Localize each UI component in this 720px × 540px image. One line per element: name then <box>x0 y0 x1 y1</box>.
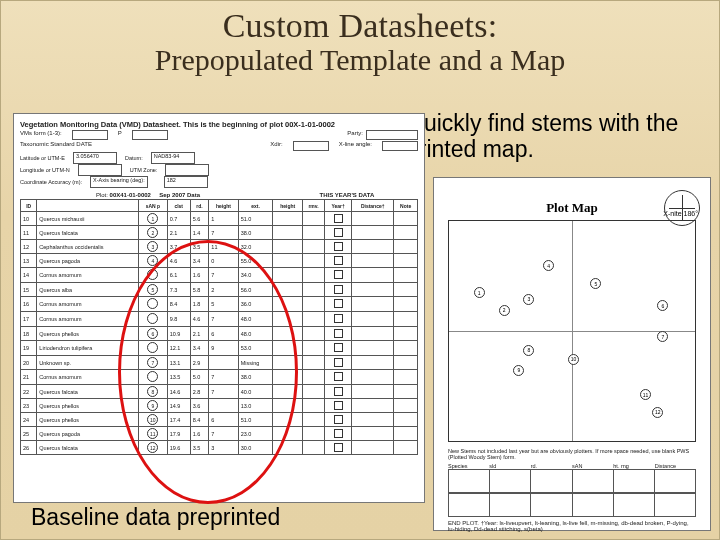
checkbox-icon <box>334 415 343 424</box>
checkbox-icon <box>334 299 343 308</box>
table-row: 22Quercus falcata814.62.8740.0 <box>21 385 418 399</box>
col-header: rd. <box>190 200 209 212</box>
table-row: 16Cornus amomum8.41.8536.0 <box>21 297 418 312</box>
col-header: Note <box>394 200 418 212</box>
vms-box <box>72 130 108 140</box>
table-row: 23Quercus phellos914.93.613.0 <box>21 399 418 413</box>
plot-point: 11 <box>640 389 651 400</box>
checkbox-icon <box>334 387 343 396</box>
checkbox-icon <box>334 285 343 294</box>
col-header: height <box>209 200 238 212</box>
col-header: sAN p <box>139 200 168 212</box>
col-header: Year† <box>325 200 352 212</box>
party-box <box>366 130 418 140</box>
table-row: 14Cornus amomum6.11.6734.0 <box>21 268 418 283</box>
legend-col: Distance <box>655 463 696 469</box>
title: Custom Datasheets: <box>1 7 719 45</box>
checkbox-icon <box>334 242 343 251</box>
table-row: 24Quercus phellos1017.48.4651.0 <box>21 413 418 427</box>
table-row: 11Quercus falcata22.11.4738.0 <box>21 226 418 240</box>
vms-label: VMs form (1-3): <box>20 130 62 140</box>
coord-label: Coordinate Accuracy (m): <box>20 179 82 185</box>
checkbox-icon <box>334 372 343 381</box>
plot-vline <box>572 221 573 441</box>
plot-point: 5 <box>590 278 601 289</box>
checkbox-icon <box>334 214 343 223</box>
checkbox-icon <box>334 401 343 410</box>
plot-point: 9 <box>513 365 524 376</box>
plot-point: 3 <box>523 294 534 305</box>
plot-point: 10 <box>568 354 579 365</box>
slide: Custom Datasheets: Prepopulated Template… <box>0 0 720 540</box>
plot-point: 12 <box>652 407 663 418</box>
coord-label: Latitude or UTM-E <box>20 155 65 161</box>
legend-row <box>448 493 696 517</box>
plot-id: 00X41-01-0002 <box>110 192 151 198</box>
annotation-map: Quickly find stems with the printed map. <box>406 111 706 163</box>
section-baseline: Sep 2007 Data <box>159 192 200 198</box>
coord-value: 3.056470 <box>73 152 117 164</box>
coord-extra: UTM Zone: <box>130 167 158 173</box>
legend-row <box>448 469 696 493</box>
legend-col: sld <box>489 463 530 469</box>
plot-point: 7 <box>657 331 668 342</box>
table-row: 15Quercus alba57.35.8256.0 <box>21 283 418 297</box>
legend-col: ht. rng <box>613 463 654 469</box>
table-row: 25Quercus pagoda1117.91.6723.0 <box>21 427 418 441</box>
coord-value <box>78 164 122 176</box>
col-header: ext. <box>238 200 273 212</box>
legend-col: sAN <box>572 463 613 469</box>
party-label: Party: <box>347 130 363 140</box>
plot-point: 1 <box>474 287 485 298</box>
col-header: rmv. <box>302 200 324 212</box>
plot-point: 6 <box>657 300 668 311</box>
plot-point: 4 <box>543 260 554 271</box>
xdir-box <box>293 141 329 151</box>
map-note: New Stems not included last year but are… <box>448 448 696 460</box>
col-header: ID <box>21 200 37 212</box>
xangle-box <box>382 141 418 151</box>
col-header: height <box>273 200 302 212</box>
table-row: 26Quercus falcata1219.63.5330.0 <box>21 441 418 455</box>
datasheet-image: Vegetation Monitoring Data (VMD) Datashe… <box>13 113 425 503</box>
plot-map-image: Plot Map X-nite 186° 123456789101112 New… <box>433 177 711 531</box>
coord-extra: Datum: <box>125 155 143 161</box>
checkbox-icon <box>334 429 343 438</box>
plot-point: 2 <box>499 305 510 316</box>
col-header: clst <box>167 200 190 212</box>
checkbox-icon <box>334 329 343 338</box>
section-thisyear: THIS YEAR'S DATA <box>276 192 418 198</box>
table-row: 18Quercus phellos610.92.1648.0 <box>21 327 418 341</box>
checkbox-icon <box>334 443 343 452</box>
checkbox-icon <box>334 343 343 352</box>
end-note: END PLOT. †Year: ls-liveupvert, lt-leani… <box>448 520 696 532</box>
coord-extra-value <box>165 164 209 176</box>
xdir-label: Xdir: <box>270 141 282 151</box>
checkbox-icon <box>334 228 343 237</box>
taxo-label: Taxonomic Standard DATE <box>20 141 92 151</box>
checkbox-icon <box>334 314 343 323</box>
plot-area: 123456789101112 <box>448 220 696 442</box>
col-header <box>37 200 139 212</box>
coord-extra-value: 182 <box>164 176 208 188</box>
annotation-baseline: Baseline data preprinted <box>31 505 280 531</box>
table-row: 17Cornus amomum9.84.6748.0 <box>21 312 418 327</box>
coord-label: Longitude or UTM-N <box>20 167 70 173</box>
table-row: 21Cornus amomum13.55.0738.0 <box>21 370 418 385</box>
checkbox-icon <box>334 358 343 367</box>
checkbox-icon <box>334 256 343 265</box>
legend-col: rd. <box>531 463 572 469</box>
table-row: 13Quercus pagoda44.63.4055.0 <box>21 254 418 268</box>
p-label: P <box>118 130 122 140</box>
coord-value: X-Axis bearing (deg): <box>90 176 148 188</box>
legend-col: Species <box>448 463 489 469</box>
plot-point: 8 <box>523 345 534 356</box>
table-row: 20Unknown sp.713.12.9Missing <box>21 356 418 370</box>
table-row: 19Liriodendron tulipifera12.13.4953.0 <box>21 341 418 356</box>
data-table: IDsAN pclstrd.heightext.heightrmv.Year†D… <box>20 199 418 455</box>
table-row: 10Quercus michauxii10.75.6151.0 <box>21 212 418 226</box>
table-row: 12Cephalanthus occidentalis33.73.51132.0 <box>21 240 418 254</box>
col-header: Distance† <box>352 200 394 212</box>
p-box <box>132 130 168 140</box>
sheet-header: Vegetation Monitoring Data (VMD) Datashe… <box>20 120 418 129</box>
